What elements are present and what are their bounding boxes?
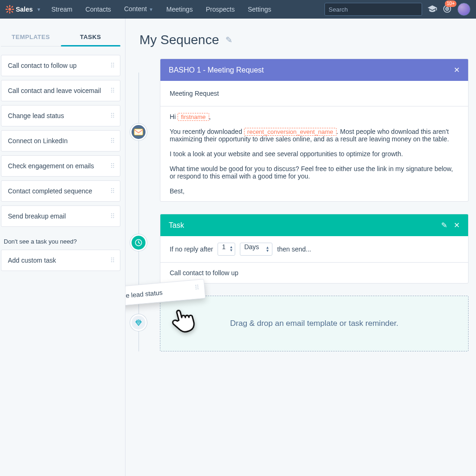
- main-panel: My Sequence ✎ BASHO 1 - Meeting Request …: [126, 19, 476, 476]
- svg-rect-12: [134, 129, 143, 135]
- avatar[interactable]: [457, 3, 470, 16]
- brand-menu[interactable]: Sales ▼: [6, 5, 41, 13]
- task-list: Call contact to follow up⠿ Call contact …: [1, 55, 120, 227]
- nav-item-prospects[interactable]: Prospects: [199, 0, 241, 19]
- custom-task-prompt: Don't see a task you need?: [4, 238, 120, 245]
- svg-line-7: [7, 11, 8, 13]
- search-input[interactable]: [324, 3, 422, 16]
- email-step-card: BASHO 1 - Meeting Request ✕ Meeting Requ…: [160, 59, 469, 202]
- top-nav: Sales ▼ Stream Contacts Content▼ Meeting…: [0, 0, 476, 19]
- task-item[interactable]: Send breakup email⠿: [1, 205, 120, 227]
- task-item[interactable]: Call contact to follow up⠿: [1, 55, 120, 76]
- notifications-icon[interactable]: 10+: [443, 4, 452, 15]
- nav-item-contacts[interactable]: Contacts: [79, 0, 118, 19]
- nav-item-settings[interactable]: Settings: [241, 0, 278, 19]
- grip-icon: ⠿: [195, 285, 200, 290]
- grip-icon: ⠿: [110, 214, 113, 218]
- nav-item-stream[interactable]: Stream: [45, 0, 79, 19]
- email-card-header: BASHO 1 - Meeting Request ✕: [160, 59, 468, 81]
- task-card-body: Call contact to follow up: [160, 262, 468, 283]
- email-subject: Meeting Request: [160, 81, 468, 106]
- page-title: My Sequence ✎: [139, 33, 469, 47]
- notification-badge: 10+: [445, 0, 456, 7]
- sidebar: TEMPLATES TASKS Call contact to follow u…: [0, 19, 126, 476]
- add-custom-task-button[interactable]: Add custom task⠿: [1, 250, 120, 271]
- delay-unit-select[interactable]: Days ▲▼: [240, 243, 272, 256]
- task-item[interactable]: Call contact and leave voicemail⠿: [1, 80, 120, 101]
- timeline-node-email-icon: [130, 124, 147, 140]
- grip-icon: ⠿: [110, 139, 113, 143]
- svg-point-0: [8, 8, 11, 11]
- chevron-down-icon: ▼: [37, 7, 41, 12]
- select-arrows-icon: ▲▼: [265, 246, 269, 252]
- merge-token-firstname[interactable]: firstname: [178, 113, 209, 121]
- task-item[interactable]: Check engagement on emails⠿: [1, 155, 120, 177]
- task-item[interactable]: Connect on LinkedIn⠿: [1, 130, 120, 152]
- stepper-arrows-icon: ▲▼: [229, 245, 233, 252]
- edit-icon[interactable]: ✎: [441, 221, 447, 230]
- grip-icon: ⠿: [110, 89, 113, 93]
- tab-tasks[interactable]: TASKS: [61, 28, 121, 46]
- task-card-header: Task ✎ ✕: [160, 214, 468, 236]
- timeline-line: [139, 73, 139, 351]
- nav-item-meetings[interactable]: Meetings: [160, 0, 199, 19]
- svg-line-6: [12, 11, 13, 13]
- grip-icon: ⠿: [110, 258, 113, 262]
- grip-icon: ⠿: [110, 164, 113, 168]
- grip-icon: ⠿: [110, 114, 113, 118]
- email-body: Hi firstname, You recently downloaded re…: [160, 106, 468, 201]
- merge-token-event[interactable]: recent_conversion_event_name: [244, 128, 337, 136]
- svg-line-5: [7, 6, 8, 7]
- brand-label: Sales: [16, 6, 33, 13]
- task-step-card: Task ✎ ✕ If no reply after 1 ▲▼ Days: [160, 214, 469, 284]
- svg-line-8: [12, 6, 13, 7]
- grip-icon: ⠿: [110, 189, 113, 193]
- tab-templates[interactable]: TEMPLATES: [1, 28, 61, 46]
- nav-item-content[interactable]: Content▼: [118, 0, 160, 19]
- delay-count-stepper[interactable]: 1 ▲▼: [218, 243, 235, 256]
- grip-icon: ⠿: [110, 64, 113, 67]
- task-item[interactable]: Contact completed sequence⠿: [1, 180, 120, 202]
- academy-icon[interactable]: [428, 5, 437, 14]
- close-icon[interactable]: ✕: [454, 66, 460, 74]
- task-item[interactable]: Change lead status⠿: [1, 105, 120, 126]
- chevron-down-icon: ▼: [149, 7, 153, 12]
- sequence-dropzone[interactable]: Drag & drop an email template or task re…: [160, 296, 469, 351]
- timeline-node-task-icon: [130, 234, 147, 251]
- timeline-node-placeholder-icon: [130, 314, 147, 331]
- close-icon[interactable]: ✕: [454, 221, 460, 230]
- edit-title-icon[interactable]: ✎: [225, 35, 232, 45]
- sprocket-icon: [6, 5, 14, 13]
- svg-point-11: [446, 8, 448, 9]
- task-delay-row: If no reply after 1 ▲▼ Days ▲▼ then send…: [160, 236, 468, 262]
